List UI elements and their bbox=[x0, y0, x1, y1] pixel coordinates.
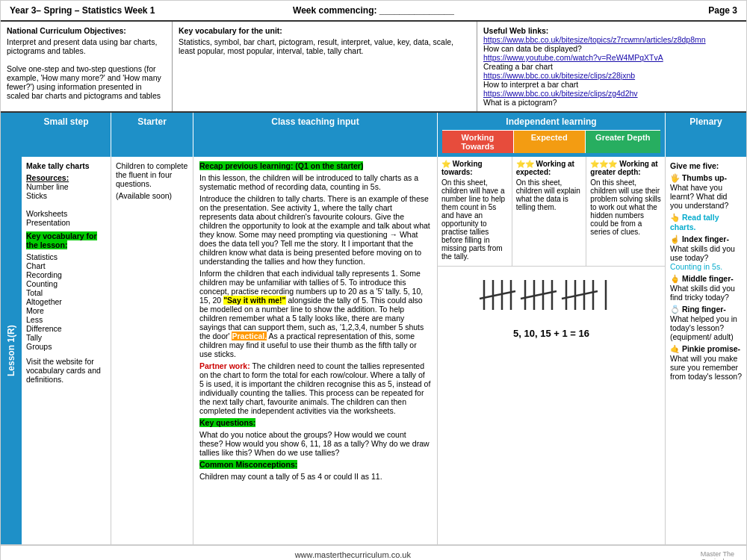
partner-work: Partner work: The children need to count… bbox=[199, 361, 431, 415]
key-vocab-label: Key vocabulary for the lesson: bbox=[26, 231, 97, 249]
key-vocab-unit: Key vocabulary for the unit: Statistics,… bbox=[173, 22, 477, 111]
recap-label: Recap previous learning: (Q1 on the star… bbox=[199, 161, 363, 170]
expected-text: On this sheet, children will explain wha… bbox=[516, 178, 583, 211]
independent-cell: ⭐ Working towards: On this sheet, childr… bbox=[438, 157, 666, 544]
tally-equation: 5, 10, 15 + 1 = 16 bbox=[441, 328, 661, 339]
starter-available: (Available soon) bbox=[116, 191, 188, 200]
small-step-title: Make tally charts bbox=[26, 161, 106, 170]
starter-text: Children to complete the fluent in four … bbox=[116, 161, 188, 188]
working-star: ⭐ bbox=[441, 160, 450, 168]
useful-links-heading: Useful Web links: bbox=[483, 26, 740, 35]
page-title: Year 3– Spring – Statistics Week 1 bbox=[10, 5, 252, 16]
national-curriculum-objectives: National Curriculum Objectives: Interpre… bbox=[1, 22, 173, 111]
footer-website: www.masterthecurriculum.co.uk bbox=[295, 550, 411, 559]
expected-stars: ⭐⭐ bbox=[516, 160, 534, 168]
resources-label: Resources: bbox=[26, 173, 69, 182]
working-towards-header: Working Towards bbox=[442, 131, 514, 153]
read-tally-text: Read tally charts. bbox=[670, 213, 719, 231]
vocab-list: StatisticsChartRecordingCountingTotalAlt… bbox=[26, 252, 106, 351]
plenary-item-read-tally: 👆 Read tally charts. bbox=[670, 213, 742, 231]
practical-label: Practical. bbox=[232, 332, 267, 340]
useful-links: Useful Web links: https://www.bbc.co.uk/… bbox=[477, 22, 746, 111]
link-label-2: Creating a bar chart bbox=[483, 62, 553, 71]
plenary-item-ring: 💍 Ring finger- What helped you in today'… bbox=[670, 305, 742, 341]
footer-logo: Master TheCurriculum bbox=[701, 550, 734, 560]
greater-stars: ⭐⭐⭐ bbox=[590, 160, 617, 168]
expected-col: ⭐⭐ Working at expected: On this sheet, c… bbox=[512, 157, 587, 266]
greater-depth-header: Greater Depth bbox=[586, 131, 660, 153]
plenary-item-pinkie: 🤙 Pinkie promise- What will you make sur… bbox=[670, 344, 742, 381]
small-step-header: Small step bbox=[22, 113, 111, 157]
link-label-3: How to interpret a bar chart bbox=[483, 80, 578, 89]
resource-worksheets: Worksheets bbox=[26, 209, 67, 218]
key-vocab-heading: Key vocabulary for the unit: bbox=[179, 26, 471, 35]
vocab-footer: Visit the website for vocabulary cards a… bbox=[26, 357, 106, 384]
starter-cell: Children to complete the fluent in four … bbox=[111, 157, 193, 544]
resource-presentation: Presentation bbox=[26, 218, 70, 227]
plenary-item-1: 🖐 Thumbs up- What have you learnt? What … bbox=[670, 173, 742, 210]
link-1[interactable]: https://www.bbc.co.uk/bitesize/topics/z7… bbox=[483, 35, 706, 44]
ncobj-text: Interpret and present data using bar cha… bbox=[7, 37, 166, 100]
class-input-cell: Recap previous learning: (Q1 on the star… bbox=[193, 157, 438, 544]
plenary-intro: Give me five: bbox=[670, 161, 742, 170]
expected-header: Expected bbox=[514, 131, 586, 153]
week-label: Week commencing: _______________ bbox=[252, 5, 495, 16]
misconceptions-label: Common Misconceptions: bbox=[199, 460, 297, 469]
tally-visualization: 5, 10, 15 + 1 = 16 bbox=[438, 267, 665, 345]
key-q-label: Key questions: bbox=[199, 418, 255, 427]
independent-header: Independent learning Working Towards Exp… bbox=[438, 113, 666, 157]
lesson-label: Lesson 1(R) bbox=[1, 157, 22, 544]
starter-header: Starter bbox=[111, 113, 193, 157]
resource-numline: Number line bbox=[26, 182, 69, 191]
page-number: Page 3 bbox=[495, 5, 737, 16]
working-col: ⭐ Working towards: On this sheet, childr… bbox=[438, 157, 512, 266]
para1: In this lesson, the children will be int… bbox=[199, 173, 431, 191]
working-text: On this sheet, children will have a numb… bbox=[441, 178, 508, 261]
plenary-item-middle: 🖕 Middle finger- What skills did you fin… bbox=[670, 274, 742, 302]
plenary-item-index: ☝ Index finger- What skills did you use … bbox=[670, 234, 742, 271]
footer: www.masterthecurriculum.co.uk Master The… bbox=[1, 545, 746, 560]
counting-in-5s: Counting in 5s. bbox=[670, 262, 722, 271]
say-it-with-me: "Say it with me!" bbox=[223, 296, 285, 305]
key-vocab-text: Statistics, symbol, bar chart, pictogram… bbox=[179, 37, 471, 55]
link-3[interactable]: https://www.bbc.co.uk/bitesize/clips/z28… bbox=[483, 71, 635, 80]
plenary-header: Plenary bbox=[666, 113, 746, 157]
link-label-1: How can data be displayed? bbox=[483, 44, 582, 53]
greater-text: On this sheet, children will use their p… bbox=[590, 178, 661, 236]
ncobj-heading: National Curriculum Objectives: bbox=[7, 26, 166, 35]
resource-sticks: Sticks bbox=[26, 191, 47, 200]
link-4[interactable]: https://www.bbc.co.uk/bitesize/clips/zg4… bbox=[483, 89, 638, 98]
key-q-text: What do you notice about the groups? How… bbox=[199, 430, 431, 457]
partner-label: Partner work: bbox=[199, 361, 250, 370]
greater-col: ⭐⭐⭐ Working at greater depth: On this sh… bbox=[586, 157, 665, 266]
para3: Inform the children that each individual… bbox=[199, 269, 431, 358]
lesson-col-header bbox=[1, 113, 22, 157]
plenary-cell: Give me five: 🖐 Thumbs up- What have you… bbox=[666, 157, 746, 544]
small-step-cell: Make tally charts Resources: Number line… bbox=[22, 157, 111, 544]
link-2[interactable]: https://www.youtube.com/watch?v=ReW4MPqX… bbox=[483, 53, 663, 62]
misconceptions-text: Children may count a tally of 5 as 4 or … bbox=[199, 472, 431, 481]
class-input-header: Class teaching input bbox=[193, 113, 438, 157]
link-label-4: What is a pictogram? bbox=[483, 98, 557, 107]
para2: Introduce the children to tally charts. … bbox=[199, 194, 431, 266]
